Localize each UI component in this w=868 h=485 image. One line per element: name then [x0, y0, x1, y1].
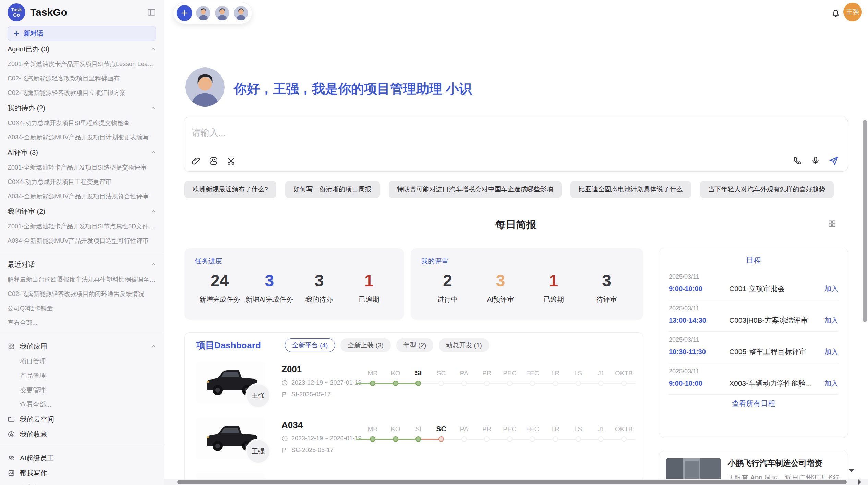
metrics-row: 2 进行中 3 AI预评审 1 已逾期 3 待评审 [421, 271, 633, 304]
project-owner-badge: 王强 [245, 383, 271, 408]
tab-powertrain[interactable]: 动总开发 (1) [439, 338, 489, 352]
task-item[interactable]: Z001-全新燃油皮卡产品开发项目SI节点Lesson Learn报告 [8, 57, 156, 71]
suggestion-chip[interactable]: 比亚迪全固态电池计划具体说了什么 [570, 181, 691, 198]
send-icon[interactable] [829, 156, 839, 166]
collapse-panel-icon[interactable] [147, 8, 156, 17]
metric-label: 我的待办 [294, 295, 344, 304]
sidebar-item-ai-super-staff[interactable]: AI超级员工 [8, 450, 156, 465]
card-title: 我的评审 [421, 257, 633, 266]
milestone-dot-future [438, 381, 444, 386]
task-item[interactable]: A034-全新新能源MUV产品开发项目法规符合性评审 [8, 189, 156, 203]
schedule-date: 2025/03/11 [669, 305, 838, 312]
project-row[interactable]: 王强 A034 2023-12-19 ~ 2026-01-19 SC-2025-… [185, 417, 643, 469]
section-title: Agent已办 (3) [8, 45, 49, 54]
metric: 24 新增完成任务 [195, 271, 244, 304]
add-session-button[interactable] [177, 5, 192, 21]
date-range-text: 2023-12-19 ~ 2027-01-19 [291, 379, 362, 386]
vertical-scrollbar[interactable] [863, 120, 867, 322]
sidebar-item-cloud-space[interactable]: 我的云空间 [8, 412, 156, 427]
task-item[interactable]: Z001-全新燃油轻卡产品开发项目SI造型提交物评审 [8, 160, 156, 175]
join-button[interactable]: 加入 [824, 347, 838, 357]
recent-view-all[interactable]: 查看全部... [8, 315, 156, 330]
scissors-icon[interactable] [227, 156, 236, 166]
flag-icon [281, 391, 288, 398]
suggestion-chip[interactable]: 如何写一份清晰的项目周报 [285, 181, 380, 198]
microphone-icon[interactable] [811, 156, 820, 165]
task-item[interactable]: A034-全新新能源MUV产品开发项目计划变更表编写 [8, 130, 156, 145]
owner-name: 王强 [252, 447, 265, 456]
attachment-icon[interactable] [191, 156, 201, 166]
schedule-item: 2025/03/11 9:00-10:00 C001-立项审批会 加入 [669, 269, 838, 300]
logo-text-bottom: Go [13, 12, 20, 18]
chevron-up-icon [150, 209, 156, 214]
user-avatar[interactable]: 王强 [843, 3, 862, 21]
section-title: AI评审 (3) [8, 148, 38, 157]
project-row[interactable]: 王强 Z001 2023-12-19 ~ 2027-01-19 SI-2025-… [185, 361, 643, 413]
task-item[interactable]: C0X4-动力总成开发项目工程变更评审 [8, 175, 156, 189]
task-item[interactable]: C0X4-动力总成开发项目SI里程碑提交物检查 [8, 116, 156, 130]
section-ai-review[interactable]: AI评审 (3) [8, 145, 156, 160]
section-recent-chats[interactable]: 最近对话 [8, 257, 156, 272]
notification-bell-icon[interactable] [831, 9, 841, 18]
join-button[interactable]: 加入 [824, 379, 838, 388]
section-title: 我的应用 [20, 342, 47, 351]
session-avatar[interactable] [195, 5, 211, 21]
milestone-dot-future [553, 381, 558, 386]
recent-chat-item[interactable]: 公司Q3轻卡销量 [8, 301, 156, 315]
milestone-label: LR [551, 423, 559, 433]
app-item-project-mgmt[interactable]: 项目管理 [8, 354, 156, 369]
phone-call-icon[interactable] [793, 156, 803, 165]
section-my-apps[interactable]: 我的应用 [8, 338, 156, 354]
app-item-product-mgmt[interactable]: 产品管理 [8, 369, 156, 383]
metric-label: 已逾期 [344, 295, 394, 304]
milestone-dot-future [461, 381, 467, 386]
app-item-change-mgmt[interactable]: 变更管理 [8, 383, 156, 397]
task-item[interactable]: C02-飞腾新能源轻客改款项目立项汇报方案 [8, 86, 156, 100]
flag-icon [281, 447, 288, 453]
task-item[interactable]: A034-全新新能源MUV产品开发项目造型可行性评审 [8, 234, 156, 248]
image-upload-icon[interactable] [209, 156, 218, 166]
sidebar-item-creative-drawing[interactable]: 创意制图 [8, 481, 156, 485]
milestone-label: PR [482, 423, 491, 433]
tab-new-body[interactable]: 全新上装 (3) [340, 338, 391, 352]
layout-grid-icon[interactable] [828, 219, 836, 228]
section-agent-done[interactable]: Agent已办 (3) [8, 41, 156, 57]
session-avatar[interactable] [214, 5, 230, 21]
task-item[interactable]: Z001-全新燃油轻卡产品开发项目SI节点属性5D文件评审 [8, 219, 156, 234]
schedule-date: 2025/03/11 [669, 368, 838, 375]
scroll-right-arrow-icon[interactable] [858, 478, 865, 485]
dashboard-title: 项目Dashboard [196, 339, 261, 351]
section-my-todo[interactable]: 我的待办 (2) [8, 100, 156, 116]
project-date-range: 2023-12-19 ~ 2026-01-19 [281, 435, 362, 442]
star-badge-icon [8, 431, 15, 438]
sidebar-item-favorites[interactable]: 我的收藏 [8, 427, 156, 442]
recent-chat-item[interactable]: C02-飞腾新能源轻客改款项目的闭环通告反馈情况 [8, 287, 156, 301]
task-item[interactable]: C02-飞腾新能源轻客改款项目里程碑画布 [8, 71, 156, 86]
chat-input-box[interactable]: 请输入... [184, 117, 848, 172]
suggestion-chip[interactable]: 当下年轻人对汽车外观有怎样的喜好趋势 [700, 181, 834, 198]
join-button[interactable]: 加入 [824, 316, 838, 325]
tab-all-new-platform[interactable]: 全新平台 (4) [285, 338, 335, 352]
daily-briefing-title: 每日简报 [184, 218, 848, 232]
schedule-time: 9:00-10:00 [669, 285, 729, 293]
tab-model-year[interactable]: 年型 (2) [396, 338, 434, 352]
metric: 3 待评审 [580, 271, 633, 304]
horizontal-scrollbar[interactable] [177, 480, 847, 484]
milestone-label-current: SI [415, 368, 422, 377]
apps-view-all[interactable]: 查看全部... [8, 397, 156, 412]
session-avatar[interactable] [233, 5, 249, 21]
suggestion-chip[interactable]: 特朗普可能对进口汽车增税会对中国车企造成哪些影响 [389, 181, 562, 198]
view-all-schedule-link[interactable]: 查看所有日程 [669, 395, 838, 412]
milestone-label: OKTB [615, 368, 633, 377]
recent-chat-item[interactable]: 解释最新出台的欧盟报废车法规再生塑料比例被调至15%... [8, 272, 156, 287]
new-chat-button[interactable]: 新对话 [8, 26, 156, 41]
milestone-label: SC [437, 368, 446, 377]
section-my-review[interactable]: 我的评审 (2) [8, 203, 156, 219]
milestone-label: PA [460, 423, 468, 433]
milestone-dot-done [370, 436, 375, 442]
scroll-down-arrow-icon[interactable] [848, 469, 855, 475]
suggestion-chip[interactable]: 欧洲新规最近颁布了什么? [184, 181, 276, 198]
milestone-dot-done [370, 381, 375, 386]
sidebar-item-help-me-write[interactable]: 帮我写作 [8, 465, 156, 481]
join-button[interactable]: 加入 [824, 284, 838, 294]
